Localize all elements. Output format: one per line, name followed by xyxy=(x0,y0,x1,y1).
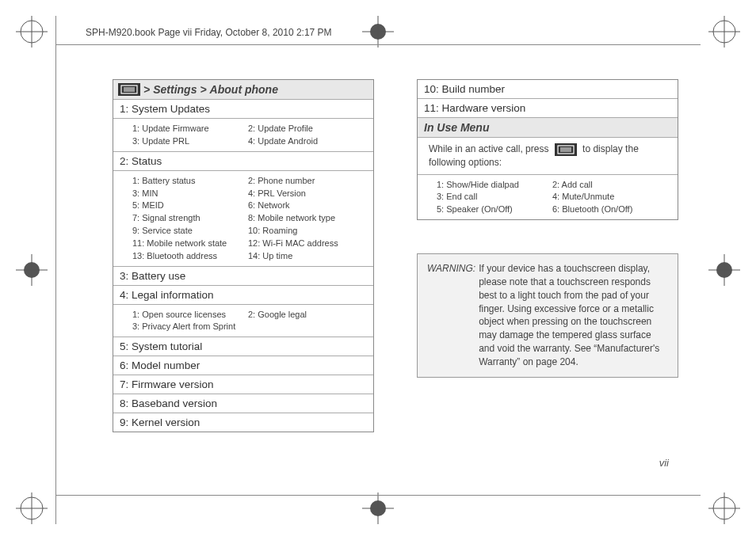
breadcrumb-sep: > xyxy=(200,83,206,96)
row-kernel-version: 9: Kernel version xyxy=(113,413,373,432)
header-rule xyxy=(55,44,701,45)
sub-status: 1: Battery status2: Phone number 3: MIN4… xyxy=(113,170,373,266)
breadcrumb-settings: Settings xyxy=(153,83,197,96)
warning-box: WARNING: If your device has a touchscree… xyxy=(417,253,678,377)
crop-mark-icon xyxy=(16,492,48,524)
settings-about-phone-table: > Settings > About phone 1: System Updat… xyxy=(113,79,374,432)
crop-mark-icon xyxy=(16,16,48,48)
right-table: 10: Build number 11: Hardware version In… xyxy=(417,79,678,220)
warning-text: If your device has a touchscreen display… xyxy=(479,262,668,368)
sub-system-updates: 1: Update Firmware2: Update Profile 3: U… xyxy=(113,118,373,151)
row-legal-information: 4: Legal information xyxy=(113,285,373,304)
footer-rule xyxy=(55,495,701,496)
crop-mark-icon xyxy=(16,254,48,286)
pdf-header-text: SPH-M920.book Page vii Friday, October 8… xyxy=(86,27,332,38)
row-system-tutorial: 5: System tutorial xyxy=(113,337,373,356)
row-status: 2: Status xyxy=(113,151,373,170)
menu-icon xyxy=(118,83,140,96)
breadcrumb: > Settings > About phone xyxy=(113,80,373,99)
row-build-number: 10: Build number xyxy=(418,80,678,98)
left-rule xyxy=(55,16,56,524)
row-baseband-version: 8: Baseband version xyxy=(113,394,373,413)
breadcrumb-sep: > xyxy=(143,83,150,96)
crop-mark-icon xyxy=(708,492,740,524)
sub-in-use-menu: 1: Show/Hide dialpad2: Add call 3: End c… xyxy=(418,174,678,220)
warning-label: WARNING: xyxy=(427,262,475,368)
row-hardware-version: 11: Hardware version xyxy=(418,98,678,117)
in-use-menu-description: While in an active call, press to displa… xyxy=(418,137,678,174)
crop-mark-icon xyxy=(708,254,740,286)
row-battery-use: 3: Battery use xyxy=(113,266,373,285)
breadcrumb-about-phone: About phone xyxy=(210,83,278,96)
crop-mark-icon xyxy=(362,16,394,48)
crop-mark-icon xyxy=(362,492,394,524)
in-use-menu-header: In Use Menu xyxy=(418,117,678,137)
row-firmware-version: 7: Firmware version xyxy=(113,375,373,394)
page-number: vii xyxy=(659,457,669,469)
row-model-number: 6: Model number xyxy=(113,356,373,375)
row-system-updates: 1: System Updates xyxy=(113,99,373,118)
sub-legal-information: 1: Open source licenses2: Google legal 3… xyxy=(113,304,373,337)
crop-mark-icon xyxy=(708,16,740,48)
menu-icon xyxy=(555,143,577,156)
